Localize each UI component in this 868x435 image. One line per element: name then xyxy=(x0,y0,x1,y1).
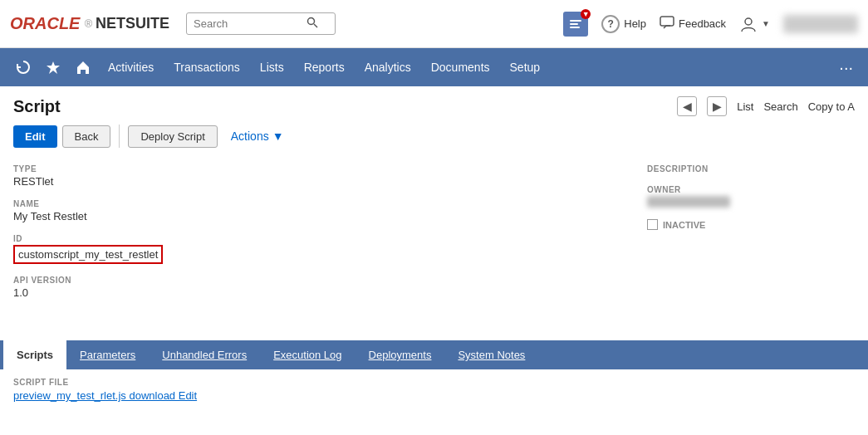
tab-parameters[interactable]: Parameters xyxy=(66,340,149,369)
feedback-label: Feedback xyxy=(679,17,726,30)
script-file-value[interactable]: preview_my_test_rlet.js download Edit xyxy=(13,389,855,402)
feedback-button[interactable]: Feedback xyxy=(660,15,726,32)
fields-area: TYPE RESTlet NAME My Test Restlet ID cus… xyxy=(13,164,855,310)
user-name-blurred xyxy=(783,15,858,33)
bottom-section: SCRIPT FILE preview_my_test_rlet.js down… xyxy=(0,369,868,410)
nav-transactions[interactable]: Transactions xyxy=(164,48,250,86)
copy-to-link[interactable]: Copy to A xyxy=(808,100,855,113)
description-label: DESCRIPTION xyxy=(647,164,855,174)
nav-setup[interactable]: Setup xyxy=(500,48,551,86)
search-icon xyxy=(306,17,318,31)
nav-bar: Activities Transactions Lists Reports An… xyxy=(0,48,868,86)
search-link[interactable]: Search xyxy=(763,100,797,113)
inactive-label: INACTIVE xyxy=(663,220,705,230)
inactive-checkbox[interactable] xyxy=(647,219,658,230)
tab-system-notes[interactable]: System Notes xyxy=(444,340,538,369)
type-field: TYPE RESTlet xyxy=(13,164,614,188)
name-field: NAME My Test Restlet xyxy=(13,199,614,222)
back-button[interactable]: Back xyxy=(62,125,111,148)
nav-reports[interactable]: Reports xyxy=(294,48,355,86)
prev-arrow-btn[interactable]: ◀ xyxy=(677,96,697,116)
header-actions: ▼ ? Help Feedback ▼ xyxy=(563,12,858,37)
type-value: RESTlet xyxy=(13,175,614,188)
fields-left: TYPE RESTlet NAME My Test Restlet ID cus… xyxy=(13,164,614,310)
search-box[interactable] xyxy=(186,12,336,35)
name-value: My Test Restlet xyxy=(13,210,614,222)
script-file-label: SCRIPT FILE xyxy=(13,378,855,387)
api-version-label: API VERSION xyxy=(13,276,614,285)
api-version-field: API VERSION 1.0 xyxy=(13,276,614,299)
page-content: Script ◀ ▶ List Search Copy to A Edit Ba… xyxy=(0,86,868,334)
actions-chevron-icon: ▼ xyxy=(272,130,284,143)
nav-analytics[interactable]: Analytics xyxy=(355,48,421,86)
nav-more-btn[interactable]: ··· xyxy=(832,58,860,77)
netsuite-logo: NETSUITE xyxy=(96,15,169,32)
toolbar: Edit Back Deploy Script Actions ▼ xyxy=(13,125,855,148)
svg-point-0 xyxy=(308,18,315,25)
page-actions: ◀ ▶ List Search Copy to A xyxy=(677,96,855,116)
id-label: ID xyxy=(13,234,614,243)
description-field: DESCRIPTION xyxy=(647,164,855,174)
nav-lists[interactable]: Lists xyxy=(250,48,294,86)
history-nav-btn[interactable] xyxy=(8,52,38,82)
id-field: ID customscript_my_test_restlet xyxy=(13,234,614,264)
tabs-bar: Scripts Parameters Unhandled Errors Exec… xyxy=(0,340,868,369)
svg-rect-5 xyxy=(660,17,674,26)
page-title-bar: Script ◀ ▶ List Search Copy to A xyxy=(13,96,855,116)
recent-icon-btn[interactable]: ▼ xyxy=(563,12,588,37)
svg-rect-2 xyxy=(570,20,581,22)
fields-right: DESCRIPTION OWNER INACTIVE xyxy=(647,164,855,310)
svg-rect-4 xyxy=(570,27,580,28)
feedback-icon xyxy=(660,15,674,32)
user-menu[interactable]: ▼ xyxy=(739,15,770,33)
page-title: Script xyxy=(13,97,61,116)
toolbar-separator xyxy=(119,125,120,148)
top-header: ORACLE ® NETSUITE ▼ ? Help Feedback xyxy=(0,0,868,48)
inactive-field: INACTIVE xyxy=(647,219,855,230)
favorites-nav-btn[interactable] xyxy=(38,52,68,82)
home-nav-btn[interactable] xyxy=(68,52,98,82)
oracle-logo: ORACLE xyxy=(10,14,80,33)
owner-value-blurred xyxy=(647,196,730,208)
list-link[interactable]: List xyxy=(737,100,753,113)
svg-point-6 xyxy=(745,18,752,25)
logo: ORACLE ® NETSUITE xyxy=(10,14,169,33)
api-version-value: 1.0 xyxy=(13,286,614,299)
deploy-script-button[interactable]: Deploy Script xyxy=(128,125,217,148)
search-input[interactable] xyxy=(194,17,302,30)
owner-field: OWNER xyxy=(647,185,855,208)
tab-execution-log[interactable]: Execution Log xyxy=(260,340,355,369)
help-icon: ? xyxy=(601,15,620,33)
owner-label: OWNER xyxy=(647,185,855,194)
chevron-down-icon: ▼ xyxy=(762,19,770,28)
name-label: NAME xyxy=(13,199,614,208)
svg-line-1 xyxy=(314,24,317,27)
help-button[interactable]: ? Help xyxy=(601,15,646,33)
tab-deployments[interactable]: Deployments xyxy=(356,340,445,369)
type-label: TYPE xyxy=(13,164,614,174)
nav-documents[interactable]: Documents xyxy=(421,48,500,86)
tab-unhandled-errors[interactable]: Unhandled Errors xyxy=(149,340,260,369)
svg-rect-3 xyxy=(570,23,578,25)
tab-scripts[interactable]: Scripts xyxy=(3,340,66,369)
id-value: customscript_my_test_restlet xyxy=(13,245,163,264)
svg-marker-7 xyxy=(47,61,60,74)
nav-activities[interactable]: Activities xyxy=(98,48,164,86)
edit-button[interactable]: Edit xyxy=(13,125,57,148)
actions-button[interactable]: Actions ▼ xyxy=(223,125,292,147)
actions-label: Actions xyxy=(231,130,269,143)
help-label: Help xyxy=(624,17,646,30)
next-arrow-btn[interactable]: ▶ xyxy=(707,96,727,116)
